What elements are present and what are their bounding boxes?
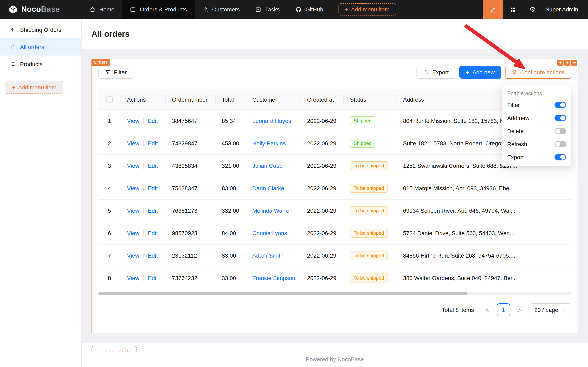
total-cell: 84.00 xyxy=(215,222,246,244)
view-link[interactable]: View xyxy=(127,230,139,237)
page-size-select[interactable]: 20 / page xyxy=(529,303,571,317)
prev-page-button[interactable]: < xyxy=(480,303,494,317)
nav-item-orders-products[interactable]: Orders & Products xyxy=(122,0,194,19)
total-cell: 453.00 xyxy=(215,132,246,155)
divider xyxy=(143,253,144,259)
customer-link[interactable]: Frankie Simpson xyxy=(252,275,295,282)
chevron-down-icon xyxy=(562,308,566,312)
enable-actions-dropdown: Enable actions Filter Add new Delete xyxy=(502,85,571,166)
gear-icon: ⚙ xyxy=(512,69,517,75)
order-number-cell: 23132112 xyxy=(165,244,215,267)
add-new-button[interactable]: + Add new xyxy=(459,66,501,79)
order-number-cell: 76381273 xyxy=(165,200,215,222)
edit-link[interactable]: Edit xyxy=(148,118,158,124)
sidebar-item-shipping-orders[interactable]: Shipping Orders xyxy=(0,21,81,38)
nav-item-home[interactable]: Home xyxy=(82,0,122,19)
customer-link[interactable]: Melinda Warren xyxy=(252,208,293,214)
dropdown-item-add-new[interactable]: Add new xyxy=(502,111,571,125)
next-page-button[interactable]: > xyxy=(513,303,526,317)
edit-link[interactable]: Edit xyxy=(148,208,158,214)
current-page-button[interactable]: 1 xyxy=(497,303,510,317)
export-toggle[interactable] xyxy=(554,154,566,160)
horizontal-scrollbar xyxy=(98,292,571,295)
sidebar-add-menu-item-button[interactable]: + Add menu item xyxy=(5,81,64,94)
filter-toggle[interactable] xyxy=(554,102,566,108)
block-designer-toolbar: + + ☰ xyxy=(557,60,577,66)
navbar-right: ⚙ Super Admin xyxy=(483,0,588,19)
page-header: All orders xyxy=(82,19,588,49)
row-actions: ViewEdit xyxy=(120,244,165,267)
main-nav: Home Orders & Products Customers xyxy=(82,0,331,19)
edit-link[interactable]: Edit xyxy=(148,163,158,169)
edit-link[interactable]: Edit xyxy=(148,230,158,237)
drag-block-icon[interactable]: + xyxy=(557,60,563,66)
dropdown-item-delete[interactable]: Delete xyxy=(502,125,571,138)
status-cell: To be shipped xyxy=(344,177,396,200)
status-badge: To be shipped xyxy=(350,206,388,215)
created-at-cell: 2022-06-29 xyxy=(301,244,344,267)
sidebar-item-all-orders[interactable]: All orders xyxy=(0,38,81,56)
add-new-toggle[interactable] xyxy=(554,115,566,121)
row-actions: ViewEdit xyxy=(120,132,165,155)
total-cell: 85.34 xyxy=(215,110,246,132)
plus-icon: + xyxy=(466,69,469,75)
address-cell: 69934 Schoen River, Apt. 646, 49704, Wal… xyxy=(396,200,571,222)
customer-link[interactable]: Julian Cobb xyxy=(252,163,283,169)
created-at-cell: 2022-06-29 xyxy=(301,110,344,132)
view-link[interactable]: View xyxy=(127,275,139,282)
dropdown-item-refresh[interactable]: Refresh xyxy=(502,138,571,151)
dropdown-item-filter[interactable]: Filter xyxy=(502,98,571,111)
edit-link[interactable]: Edit xyxy=(148,252,158,259)
nocobase-logo[interactable]: NocoBase xyxy=(0,0,82,19)
view-link[interactable]: View xyxy=(127,118,139,124)
created-at-cell: 2022-06-29 xyxy=(301,267,344,289)
divider xyxy=(143,230,144,236)
nav-item-customers[interactable]: Customers xyxy=(194,0,247,19)
created-at-cell: 2022-06-29 xyxy=(301,155,344,177)
export-button[interactable]: Export xyxy=(417,66,455,79)
edit-link[interactable]: Edit xyxy=(148,275,158,282)
select-all-checkbox[interactable] xyxy=(106,97,113,103)
refresh-toggle[interactable] xyxy=(554,141,566,147)
grid-icon xyxy=(510,6,516,12)
home-icon xyxy=(89,6,96,12)
customer-link[interactable]: Holly Perkins xyxy=(252,140,286,147)
row-actions: ViewEdit xyxy=(120,155,165,177)
edit-link[interactable]: Edit xyxy=(148,140,158,147)
nav-item-tasks[interactable]: Tasks xyxy=(247,0,287,19)
created-at-cell: 2022-06-29 xyxy=(301,222,344,244)
customer-link[interactable]: Connie Lyons xyxy=(252,230,287,237)
view-link[interactable]: View xyxy=(127,163,139,169)
divider xyxy=(143,118,144,124)
delete-toggle[interactable] xyxy=(554,128,566,134)
add-block-icon[interactable]: + xyxy=(564,60,571,66)
block-menu-icon[interactable]: ☰ xyxy=(571,60,577,66)
view-link[interactable]: View xyxy=(127,140,139,147)
row-index: 4 xyxy=(98,177,120,200)
settings-button[interactable]: ⚙ xyxy=(523,0,542,19)
customer-link[interactable]: Adam Smith xyxy=(252,252,284,259)
plugins-button[interactable] xyxy=(503,0,523,19)
nav-item-github[interactable]: GitHub xyxy=(287,0,331,19)
navbar-add-menu-item-button[interactable]: + Add menu item xyxy=(338,3,396,16)
edit-link[interactable]: Edit xyxy=(148,185,158,192)
customer-link[interactable]: Darin Clarke xyxy=(252,185,284,192)
user-menu[interactable]: Super Admin xyxy=(542,0,588,19)
scrollbar-thumb[interactable] xyxy=(98,292,467,295)
list-icon xyxy=(10,61,16,67)
dropdown-item-export[interactable]: Export xyxy=(502,151,571,164)
gear-icon: ⚙ xyxy=(529,5,536,14)
view-link[interactable]: View xyxy=(127,252,139,259)
ui-editor-button[interactable] xyxy=(483,0,503,19)
view-link[interactable]: View xyxy=(127,208,139,214)
address-cell: 015 Margie Mission, Apt. 093, 34936, Ebe… xyxy=(396,177,571,200)
configure-actions-button[interactable]: ⚙ Configure actions xyxy=(505,66,571,79)
row-actions: ViewEdit xyxy=(120,110,165,132)
sidebar-item-products[interactable]: Products xyxy=(0,56,81,73)
view-link[interactable]: View xyxy=(127,185,139,192)
filter-button[interactable]: Filter xyxy=(98,66,133,79)
chevron-left-icon: < xyxy=(485,307,489,314)
status-cell: To be shipped xyxy=(344,267,396,289)
customer-link[interactable]: Leonard Hayes xyxy=(252,118,291,124)
block-designer-tag: Orders xyxy=(92,59,110,66)
